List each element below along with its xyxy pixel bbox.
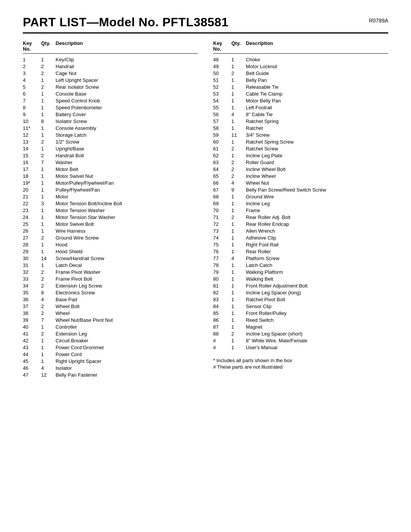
part-desc: Magnet	[246, 324, 388, 330]
part-qty: 1	[231, 304, 246, 309]
part-desc: Storage Latch	[56, 132, 198, 138]
table-row: 61 2 Ratchet Screw	[213, 145, 388, 152]
part-qty: 1	[231, 201, 246, 206]
part-qty: 1	[231, 57, 246, 62]
part-desc: Right Foot Rail	[246, 242, 388, 248]
part-qty: 1	[231, 338, 246, 343]
part-desc: Ratchet Screw	[246, 146, 388, 152]
part-keyno: 46	[23, 365, 41, 371]
part-desc: Roller Guard	[246, 160, 388, 165]
part-keyno: 2	[23, 64, 41, 69]
part-desc: Platform Screw	[246, 256, 388, 261]
part-keyno: 43	[23, 345, 41, 350]
table-row: 80 1 Walking Belt	[213, 275, 388, 282]
page-header: PART LIST—Model No. PFTL38581 R0799A	[23, 15, 388, 34]
part-qty: 1	[231, 125, 246, 131]
part-keyno: 40	[23, 324, 41, 330]
part-desc: Washer	[56, 160, 198, 165]
table-row: 48 1 Choke	[213, 56, 388, 63]
part-qty: 1	[231, 283, 246, 289]
part-keyno: 60	[213, 139, 231, 145]
part-desc: Incline Wheel Bolt	[246, 166, 388, 172]
part-desc: Walking Belt	[246, 276, 388, 282]
part-keyno: 72	[213, 221, 231, 227]
part-keyno: 49	[213, 64, 231, 69]
part-desc: Handrail	[56, 64, 198, 69]
part-keyno: 24	[23, 214, 41, 220]
part-desc: Key/Clip	[56, 57, 198, 62]
part-desc: Isolator	[56, 365, 198, 371]
table-row: 74 1 Adhesive Clip	[213, 234, 388, 241]
part-qty: 1	[41, 166, 56, 172]
part-desc: Speed Control Knob	[56, 98, 198, 104]
part-qty: 1	[41, 214, 56, 220]
table-row: 76 1 Rear Roller	[213, 248, 388, 255]
part-desc: Ratchet Spring Screw	[246, 139, 388, 145]
table-row: 18 1 Motor Swivel Nut	[23, 173, 198, 179]
part-keyno: 69	[213, 201, 231, 206]
part-desc: Screw/Handrail Screw	[56, 256, 198, 261]
part-desc: Motor Locknut	[246, 64, 388, 69]
table-row: 31 1 Latch Decal	[23, 262, 198, 268]
part-desc: Sensor Clip	[246, 304, 388, 309]
table-row: 21 1 Motor	[23, 193, 198, 200]
table-row: 26 1 Wire Harness	[23, 227, 198, 234]
part-qty: 1	[41, 358, 56, 364]
table-row: 35 8 Electronics Screw	[23, 289, 198, 296]
part-qty: 1	[41, 249, 56, 254]
part-qty: 1	[231, 208, 246, 213]
table-row: 8 1 Speed Potentiometer	[23, 104, 198, 111]
part-qty: 1	[231, 64, 246, 69]
part-desc: Incline Wheel	[246, 173, 388, 179]
part-keyno: 86	[213, 317, 231, 323]
part-desc: Frame Pivot Washer	[56, 269, 198, 275]
part-qty: 4	[41, 365, 56, 371]
part-desc: Motor Belly Pan	[246, 98, 388, 104]
part-qty: 1	[41, 173, 56, 179]
part-qty: 1	[41, 98, 56, 104]
part-qty: 1	[231, 139, 246, 145]
part-desc: Hood Shield	[56, 249, 198, 254]
part-desc: Front Roller/Pulley	[246, 310, 388, 316]
part-keyno: 34	[23, 283, 41, 289]
part-desc: Left Upright Spacer	[56, 77, 198, 83]
part-keyno: 76	[213, 249, 231, 254]
part-keyno: 18	[23, 173, 41, 179]
part-desc: Ratchet Spring	[246, 118, 388, 124]
part-qty: 4	[231, 112, 246, 117]
part-keyno: 8	[23, 105, 41, 110]
part-desc: Ground Wire Screw	[56, 235, 198, 241]
table-row: 6 1 Console Base	[23, 90, 198, 97]
part-qty: 1	[231, 324, 246, 330]
table-row: 65 2 Incline Wheel	[213, 173, 388, 179]
part-qty: 1	[41, 338, 56, 343]
part-keyno: 31	[23, 262, 41, 268]
table-row: 84 1 Sensor Clip	[213, 303, 388, 310]
part-qty: 2	[41, 276, 56, 282]
table-row: 3 2 Cage Nut	[23, 70, 198, 77]
part-desc: Wheel Bolt	[56, 304, 198, 309]
part-keyno: 25	[23, 221, 41, 227]
table-row: 79 1 Walking Platform	[213, 268, 388, 275]
part-qty: 1	[231, 310, 246, 316]
part-keyno: 55	[213, 105, 231, 110]
part-keyno: 80	[213, 276, 231, 282]
part-keyno: 13	[23, 139, 41, 145]
part-desc: Handrail Bolt	[56, 153, 198, 158]
part-qty: 2	[41, 331, 56, 337]
table-row: 41 2 Extension Leg	[23, 330, 198, 337]
part-desc: 1/2" Screw	[56, 139, 198, 145]
part-keyno: 38	[23, 310, 41, 316]
table-row: 59 11 3/4" Screw	[213, 131, 388, 138]
part-keyno: 19*	[23, 180, 41, 186]
part-desc: Electronics Screw	[56, 290, 198, 296]
part-qty: 1	[231, 91, 246, 97]
part-desc: Motor Swivel Nut	[56, 173, 198, 179]
part-desc: Battery Cover	[56, 112, 198, 117]
part-qty: 1	[231, 269, 246, 275]
part-keyno: 26	[23, 228, 41, 234]
part-desc: Ground Wire	[246, 194, 388, 200]
part-keyno: 82	[213, 290, 231, 296]
part-keyno: 27	[23, 235, 41, 241]
part-keyno: 29	[23, 249, 41, 254]
